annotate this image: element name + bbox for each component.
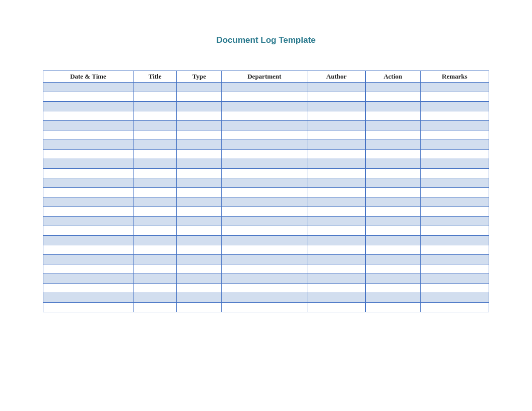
table-cell xyxy=(222,121,307,130)
table-row xyxy=(43,303,489,312)
table-cell xyxy=(222,293,307,303)
column-header-action: Action xyxy=(366,71,421,83)
table-cell xyxy=(133,264,176,274)
table-cell xyxy=(133,150,176,159)
table-cell xyxy=(222,150,307,159)
table-cell xyxy=(133,188,176,197)
table-cell xyxy=(420,169,489,178)
table-cell xyxy=(366,274,421,284)
table-cell xyxy=(366,197,421,207)
table-cell xyxy=(366,284,421,293)
table-cell xyxy=(43,111,134,121)
table-cell xyxy=(177,178,222,188)
table-row xyxy=(43,169,489,178)
table-cell xyxy=(366,150,421,159)
table-cell xyxy=(43,264,134,274)
table-cell xyxy=(307,245,366,255)
table-cell xyxy=(307,226,366,236)
table-row xyxy=(43,188,489,197)
table-row xyxy=(43,159,489,169)
table-cell xyxy=(366,159,421,169)
column-header-type: Type xyxy=(177,71,222,83)
table-cell xyxy=(366,102,421,111)
table-cell xyxy=(177,92,222,102)
column-header-remarks: Remarks xyxy=(420,71,489,83)
table-cell xyxy=(43,121,134,130)
table-row xyxy=(43,236,489,245)
table-cell xyxy=(420,274,489,284)
table-cell xyxy=(307,140,366,150)
table-row xyxy=(43,130,489,140)
table-cell xyxy=(43,169,134,178)
table-cell xyxy=(420,130,489,140)
table-cell xyxy=(177,102,222,111)
table-cell xyxy=(43,207,134,217)
table-cell xyxy=(420,207,489,217)
table-cell xyxy=(133,207,176,217)
table-cell xyxy=(366,226,421,236)
table-row xyxy=(43,92,489,102)
table-cell xyxy=(177,255,222,264)
table-cell xyxy=(307,303,366,312)
table-cell xyxy=(366,217,421,226)
table-cell xyxy=(420,121,489,130)
table-cell xyxy=(43,92,134,102)
table-cell xyxy=(177,130,222,140)
table-cell xyxy=(177,169,222,178)
table-cell xyxy=(43,217,134,226)
table-cell xyxy=(133,255,176,264)
table-cell xyxy=(307,169,366,178)
table-cell xyxy=(43,83,134,92)
table-cell xyxy=(133,111,176,121)
table-cell xyxy=(177,236,222,245)
document-log-table: Date & Time Title Type Department Author… xyxy=(43,71,489,312)
table-cell xyxy=(366,303,421,312)
table-row xyxy=(43,293,489,303)
table-cell xyxy=(222,111,307,121)
table-cell xyxy=(307,274,366,284)
table-cell xyxy=(307,207,366,217)
table-cell xyxy=(177,264,222,274)
table-cell xyxy=(420,111,489,121)
table-cell xyxy=(222,140,307,150)
table-row xyxy=(43,274,489,284)
table-cell xyxy=(420,284,489,293)
table-cell xyxy=(366,188,421,197)
table-cell xyxy=(177,303,222,312)
table-cell xyxy=(222,303,307,312)
table-cell xyxy=(177,83,222,92)
table-cell xyxy=(43,303,134,312)
table-cell xyxy=(366,264,421,274)
table-cell xyxy=(177,293,222,303)
table-cell xyxy=(222,130,307,140)
table-cell xyxy=(307,293,366,303)
table-cell xyxy=(222,188,307,197)
table-cell xyxy=(222,236,307,245)
table-cell xyxy=(307,83,366,92)
table-cell xyxy=(133,293,176,303)
table-row xyxy=(43,217,489,226)
table-cell xyxy=(307,92,366,102)
table-cell xyxy=(420,140,489,150)
table-cell xyxy=(133,140,176,150)
table-cell xyxy=(43,236,134,245)
table-cell xyxy=(133,178,176,188)
table-cell xyxy=(366,169,421,178)
table-row xyxy=(43,111,489,121)
table-row xyxy=(43,264,489,274)
table-cell xyxy=(366,121,421,130)
table-cell xyxy=(43,197,134,207)
table-cell xyxy=(420,178,489,188)
table-row xyxy=(43,140,489,150)
table-cell xyxy=(420,245,489,255)
table-cell xyxy=(307,130,366,140)
table-cell xyxy=(366,207,421,217)
table-row xyxy=(43,245,489,255)
table-cell xyxy=(420,264,489,274)
table-cell xyxy=(43,188,134,197)
column-header-author: Author xyxy=(307,71,366,83)
table-cell xyxy=(222,92,307,102)
table-cell xyxy=(420,150,489,159)
table-cell xyxy=(133,102,176,111)
table-cell xyxy=(366,92,421,102)
